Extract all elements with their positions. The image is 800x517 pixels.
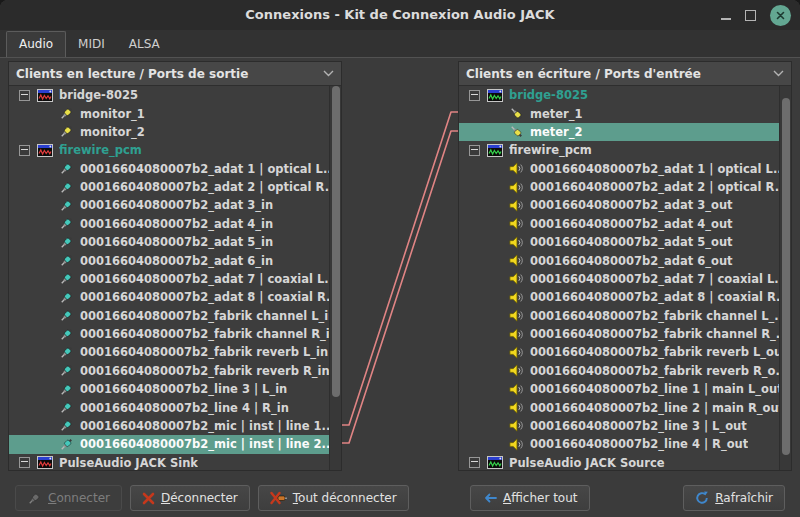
client-row[interactable]: bridge-8025 [9, 86, 329, 104]
port-row[interactable]: 00016604080007b2_fabrik reverb L_in [9, 343, 329, 361]
port-row[interactable]: 00016604080007b2_adat 4_in [9, 215, 329, 233]
collapse-expander[interactable] [469, 457, 480, 468]
client-audio-output-icon [37, 456, 53, 469]
disconnect-all-button[interactable]: Tout déconnecter [258, 485, 409, 511]
port-row[interactable]: 00016604080007b2_adat 6_out [459, 251, 779, 269]
row-label: 00016604080007b2_adat 6_out [530, 254, 733, 268]
port-row[interactable]: 00016604080007b2_adat 8 | coaxial R... [459, 288, 779, 306]
port-row[interactable]: 00016604080007b2_adat 3_in [9, 196, 329, 214]
port-row[interactable]: 00016604080007b2_line 3 | L_in [9, 380, 329, 398]
port-row[interactable]: 00016604080007b2_adat 2 | optical R... [459, 178, 779, 196]
port-row[interactable]: 00016604080007b2_line 3 | L_out [459, 417, 779, 435]
chevron-down-icon [773, 70, 784, 77]
row-label: meter_2 [530, 125, 583, 139]
port-row[interactable]: 00016604080007b2_fabrik channel L_... [459, 307, 779, 325]
collapse-expander[interactable] [19, 457, 30, 468]
left-panel-header[interactable]: Clients en lecture / Ports de sortie [9, 62, 341, 86]
collapse-expander[interactable] [19, 145, 30, 156]
client-audio-output-icon [37, 144, 53, 157]
port-row[interactable]: 00016604080007b2_adat 6_in [9, 251, 329, 269]
port-row[interactable]: 00016604080007b2_adat 1 | optical L... [459, 160, 779, 178]
speaker-yellow-icon [509, 363, 524, 378]
refresh-icon [695, 491, 709, 505]
port-row[interactable]: 00016604080007b2_line 4 | R_in [9, 398, 329, 416]
port-row[interactable]: meter_2 [459, 123, 779, 141]
port-row[interactable]: 00016604080007b2_adat 1 | optical L... [9, 160, 329, 178]
speaker-yellow-icon [509, 290, 524, 305]
row-label: 00016604080007b2_fabrik channel L_in [80, 309, 329, 323]
right-scrollbar[interactable] [779, 86, 791, 470]
right-panel-header[interactable]: Clients en écriture / Ports d'entrée [459, 62, 791, 86]
port-row[interactable]: 00016604080007b2_adat 8 | coaxial R... [9, 288, 329, 306]
row-label: 00016604080007b2_adat 3_out [530, 198, 733, 212]
port-row[interactable]: 00016604080007b2_line 1 | main L_out [459, 380, 779, 398]
speaker-yellow-icon [509, 418, 524, 433]
port-row[interactable]: 00016604080007b2_adat 7 | coaxial L... [459, 270, 779, 288]
port-row[interactable]: 00016604080007b2_fabrik channel R_... [459, 325, 779, 343]
port-row[interactable]: monitor_1 [9, 104, 329, 122]
disconnect-button[interactable]: Déconnecter [130, 485, 250, 511]
row-label: 00016604080007b2_adat 2 | optical R... [80, 180, 329, 194]
speaker-yellow-icon [509, 271, 524, 286]
left-scrollbar-thumb[interactable] [332, 86, 340, 397]
socket-teal-icon [59, 418, 74, 433]
port-row[interactable]: 00016604080007b2_adat 4_out [459, 215, 779, 233]
connect-button[interactable]: Connecter [15, 485, 122, 511]
titlebar[interactable]: Connexions - Kit de Connexion Audio JACK [0, 0, 800, 30]
right-scrollbar-thumb[interactable] [782, 98, 790, 455]
client-row[interactable]: firewire_pcm [9, 141, 329, 159]
plug-yellow-icon [59, 106, 74, 121]
plug-yellow-icon [59, 124, 74, 139]
maximize-button[interactable] [745, 10, 756, 21]
plug-yellow-down-icon [509, 124, 524, 139]
row-label: 00016604080007b2_line 3 | L_in [80, 382, 287, 396]
port-row[interactable]: monitor_2 [9, 123, 329, 141]
row-label: 00016604080007b2_adat 2 | optical R... [530, 180, 779, 194]
port-row[interactable]: 00016604080007b2_fabrik reverb R_in [9, 362, 329, 380]
close-icon [776, 11, 785, 20]
collapse-expander[interactable] [469, 90, 480, 101]
port-row[interactable]: 00016604080007b2_line 4 | R_out [459, 435, 779, 453]
tab-midi[interactable]: MIDI [66, 32, 117, 57]
port-row[interactable]: 00016604080007b2_adat 3_out [459, 196, 779, 214]
row-label: 00016604080007b2_mic | inst | line 1... [80, 419, 329, 433]
port-row[interactable]: 00016604080007b2_fabrik reverb R_o... [459, 362, 779, 380]
collapse-expander[interactable] [19, 90, 30, 101]
port-row[interactable]: 00016604080007b2_line 2 | main R_out [459, 398, 779, 416]
row-label: 00016604080007b2_adat 7 | coaxial L... [530, 272, 779, 286]
left-scrollbar[interactable] [329, 86, 341, 470]
row-label: 00016604080007b2_line 2 | main R_out [530, 401, 779, 415]
port-row[interactable]: 00016604080007b2_adat 2 | optical R... [9, 178, 329, 196]
port-row[interactable]: 00016604080007b2_mic | inst | line 2... [9, 435, 329, 453]
speaker-yellow-icon [509, 400, 524, 415]
refresh-button[interactable]: Rafraîchir [683, 485, 785, 511]
row-label: bridge-8025 [509, 88, 588, 102]
port-row[interactable]: 00016604080007b2_fabrik channel R_in [9, 325, 329, 343]
tab-alsa[interactable]: ALSA [117, 32, 172, 57]
port-row[interactable]: meter_1 [459, 104, 779, 122]
socket-teal-icon [59, 308, 74, 323]
port-row[interactable]: 00016604080007b2_adat 5_out [459, 233, 779, 251]
collapse-expander[interactable] [469, 145, 480, 156]
tab-audio[interactable]: Audio [6, 31, 66, 58]
port-row[interactable]: 00016604080007b2_fabrik reverb L_out [459, 343, 779, 361]
show-all-button[interactable]: Afficher tout [470, 485, 590, 511]
row-label: 00016604080007b2_fabrik channel R_... [530, 327, 779, 341]
port-row[interactable]: 00016604080007b2_adat 5_in [9, 233, 329, 251]
client-row[interactable]: PulseAudio JACK Source [459, 454, 779, 471]
row-label: 00016604080007b2_adat 5_in [80, 235, 273, 249]
row-label: 00016604080007b2_fabrik reverb R_o... [530, 364, 779, 378]
minimize-button[interactable] [721, 11, 731, 20]
client-row[interactable]: firewire_pcm [459, 141, 779, 159]
window-title: Connexions - Kit de Connexion Audio JACK [0, 0, 800, 30]
port-row[interactable]: 00016604080007b2_adat 7 | coaxial L... [9, 270, 329, 288]
row-label: 00016604080007b2_fabrik channel L_... [530, 309, 779, 323]
left-panel-header-label: Clients en lecture / Ports de sortie [16, 67, 248, 81]
connections-window: Connexions - Kit de Connexion Audio JACK… [0, 0, 800, 517]
port-row[interactable]: 00016604080007b2_mic | inst | line 1... [9, 417, 329, 435]
client-row[interactable]: bridge-8025 [459, 86, 779, 104]
close-button[interactable] [770, 5, 791, 26]
row-label: 00016604080007b2_adat 8 | coaxial R... [80, 290, 329, 304]
client-row[interactable]: PulseAudio JACK Sink [9, 454, 329, 471]
port-row[interactable]: 00016604080007b2_fabrik channel L_in [9, 307, 329, 325]
